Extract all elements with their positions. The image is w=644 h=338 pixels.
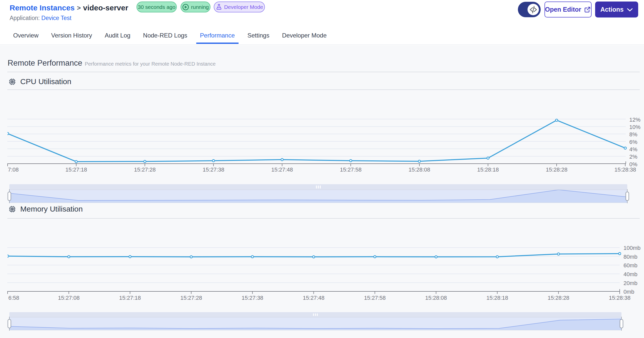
svg-text:15:28:28: 15:28:28 — [546, 166, 568, 173]
svg-text:15:27:28: 15:27:28 — [180, 295, 202, 301]
svg-text:0mb: 0mb — [623, 289, 634, 295]
svg-text:15:27:58: 15:27:58 — [364, 295, 386, 301]
svg-text:15:27:28: 15:27:28 — [134, 166, 156, 173]
svg-text:15:27:48: 15:27:48 — [271, 166, 293, 173]
svg-text:15:27:18: 15:27:18 — [119, 295, 141, 301]
svg-text:15:27:08: 15:27:08 — [58, 295, 80, 301]
svg-text:4%: 4% — [629, 146, 637, 153]
svg-text:15:28:18: 15:28:18 — [486, 295, 508, 301]
svg-text:40mb: 40mb — [623, 271, 637, 277]
svg-text:15:27:38: 15:27:38 — [203, 166, 224, 173]
svg-text:15:27:58: 15:27:58 — [340, 166, 362, 173]
svg-text:7:08: 7:08 — [8, 166, 19, 173]
svg-text:80mb: 80mb — [623, 254, 637, 260]
svg-text:15:28:38: 15:28:38 — [609, 295, 631, 301]
svg-text:15:27:48: 15:27:48 — [303, 295, 325, 301]
svg-text:15:28:18: 15:28:18 — [477, 166, 499, 173]
svg-text:100mb: 100mb — [623, 245, 640, 251]
svg-text:15:27:18: 15:27:18 — [65, 166, 87, 173]
svg-text:2%: 2% — [629, 154, 637, 160]
svg-text:6%: 6% — [629, 139, 637, 145]
svg-text:0%: 0% — [629, 161, 637, 167]
svg-text:8%: 8% — [629, 131, 637, 138]
svg-text:15:28:38: 15:28:38 — [614, 166, 636, 173]
svg-text:15:27:38: 15:27:38 — [242, 295, 263, 301]
svg-text:15:28:08: 15:28:08 — [425, 295, 447, 301]
svg-text:10%: 10% — [629, 124, 640, 130]
svg-text:15:28:28: 15:28:28 — [548, 295, 569, 301]
svg-text:6:58: 6:58 — [8, 295, 19, 301]
svg-text:20mb: 20mb — [623, 280, 637, 286]
svg-text:15:28:08: 15:28:08 — [408, 166, 430, 173]
svg-text:60mb: 60mb — [623, 262, 637, 269]
svg-text:12%: 12% — [629, 117, 640, 123]
